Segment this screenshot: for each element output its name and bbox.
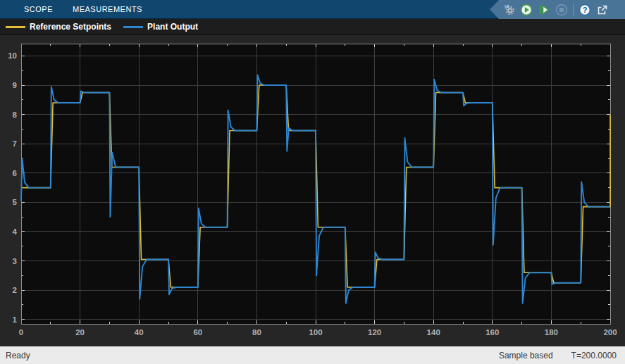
tab-measurements[interactable]: MEASUREMENTS [63,0,152,19]
status-right: Sample based T=200.0000 [499,351,619,360]
y-tick-label: 4 [13,227,18,236]
simulation-settings-button[interactable] [502,4,515,16]
x-tick-label: 160 [485,328,499,337]
y-tick-label: 8 [13,111,18,119]
legend-label: Reference Setpoints [30,22,111,32]
tab-scope[interactable]: SCOPE [14,0,63,19]
popout-icon [596,4,609,16]
y-tick-label: 2 [13,286,17,294]
gear-icon [502,3,515,16]
y-tick-label: 6 [13,169,17,177]
y-tick-label: 1 [13,315,18,324]
step-forward-button[interactable] [538,4,550,16]
sim-time-text: T=200.0000 [571,351,617,360]
stop-icon [555,4,568,16]
y-tick-label: 5 [13,198,18,206]
step-forward-icon [538,4,550,16]
x-tick-label: 0 [19,328,23,337]
legend-item-plant-output[interactable]: Plant Output [123,22,198,32]
help-button[interactable]: ? [578,4,591,16]
status-ready-text: Ready [6,351,30,360]
x-tick-label: 60 [193,328,202,337]
toolbar-divider [573,4,574,15]
y-tick-label: 10 [8,51,17,60]
scope-window: SCOPE MEASUREMENTS [0,0,625,364]
svg-text:?: ? [583,6,588,14]
reference-line-swatch [6,26,25,28]
x-tick-label: 40 [135,328,144,337]
x-tick-label: 180 [545,328,558,337]
x-tick-label: 20 [75,328,85,337]
run-button[interactable] [520,4,533,16]
x-tick-label: 80 [252,328,261,337]
plot-area: 02040608010012014016018020012345678910 [0,35,625,346]
legend-bar: Reference Setpoints Plant Output [0,19,625,35]
status-bar: Ready Sample based T=200.0000 [0,346,625,364]
x-tick-label: 200 [603,328,617,337]
y-tick-label: 9 [13,81,17,89]
plant-output-line-swatch [123,26,143,28]
stop-button[interactable] [555,4,568,16]
y-tick-label: 7 [13,139,17,148]
x-tick-label: 140 [427,328,440,337]
legend-label: Plant Output [147,22,198,32]
x-tick-label: 120 [368,328,381,337]
toolstrip-tabbar: SCOPE MEASUREMENTS [0,0,625,19]
x-tick-label: 100 [309,328,322,337]
scope-plot[interactable]: 02040608010012014016018020012345678910 [0,35,625,346]
y-tick-label: 3 [13,257,17,265]
popout-button[interactable] [596,4,609,16]
run-icon [520,4,533,16]
toolbar: ? [490,0,625,19]
question-icon: ? [578,4,591,16]
legend-item-reference-setpoints[interactable]: Reference Setpoints [6,22,111,32]
sample-mode-text: Sample based [499,351,553,360]
